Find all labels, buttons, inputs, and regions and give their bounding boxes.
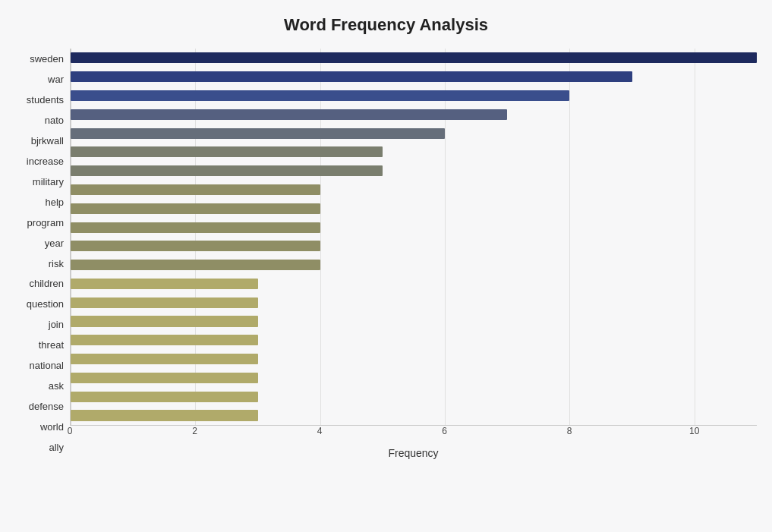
bar [71,373,258,383]
y-axis-label: children [15,273,70,294]
bar-row [71,275,757,294]
bar [71,260,320,270]
y-axis-label: national [15,355,70,376]
y-axis-label: risk [15,253,70,274]
bar-row [71,199,757,218]
y-axis-label: join [15,314,70,335]
bar [71,354,258,364]
bars-rows [71,49,757,425]
chart-container: Word Frequency Analysis swedenwarstudent… [0,0,772,532]
y-axis-label: threat [15,335,70,355]
y-axis-label: war [15,69,70,90]
bar [71,335,258,345]
bar-row [71,218,757,237]
y-axis-label: ask [15,376,70,396]
bar [71,392,258,402]
x-tick: 6 [442,426,447,436]
y-axis: swedenwarstudentsnatobjrkwallincreasemil… [15,49,70,459]
bar-row [71,237,757,256]
x-axis: 0246810 [70,426,757,442]
bar-row [71,369,757,388]
bar [71,71,632,82]
bar [71,241,320,251]
y-axis-label: students [15,90,70,110]
bar-row [71,68,757,87]
bar [71,90,569,101]
bar [71,297,258,308]
bar [71,222,320,233]
y-axis-label: defense [15,396,70,417]
bar-row [71,312,757,331]
x-tick: 10 [689,426,699,436]
x-tick: 2 [192,426,197,436]
y-axis-label: military [15,172,70,192]
bar-row [71,406,757,425]
bar-row [71,87,757,105]
bar-row [71,49,757,68]
bar-row [71,143,757,162]
x-axis-label: Frequency [70,447,757,459]
y-axis-label: ally [15,437,70,458]
y-axis-label: question [15,294,70,314]
bar [71,146,383,157]
bar [71,184,320,195]
bar-row [71,256,757,275]
bars-area [70,49,757,426]
y-axis-label: world [15,417,70,437]
bar [71,410,258,420]
bar [71,128,445,139]
chart-title: Word Frequency Analysis [15,15,757,35]
x-tick: 8 [567,426,572,436]
x-tick: 0 [68,426,73,436]
y-axis-label: program [15,212,70,233]
bar [71,52,757,63]
bar [71,316,258,326]
chart-area: 0246810 Frequency [70,49,757,459]
bar-row [71,124,757,143]
bar-row [71,181,757,200]
bar-row [71,331,757,350]
y-axis-label: help [15,192,70,212]
bar-row [71,162,757,181]
bar [71,203,320,214]
bar-row [71,350,757,369]
bar-row [71,105,757,124]
bar-row [71,387,757,406]
x-tick: 4 [317,426,323,436]
bar [71,279,258,289]
y-axis-label: increase [15,151,70,172]
y-axis-label: bjrkwall [15,131,70,151]
bar-row [71,293,757,312]
y-axis-label: year [15,233,70,253]
bar [71,165,383,176]
y-axis-label: sweden [15,49,70,69]
chart-body: swedenwarstudentsnatobjrkwallincreasemil… [15,49,757,459]
bar [71,109,507,120]
y-axis-label: nato [15,110,70,131]
